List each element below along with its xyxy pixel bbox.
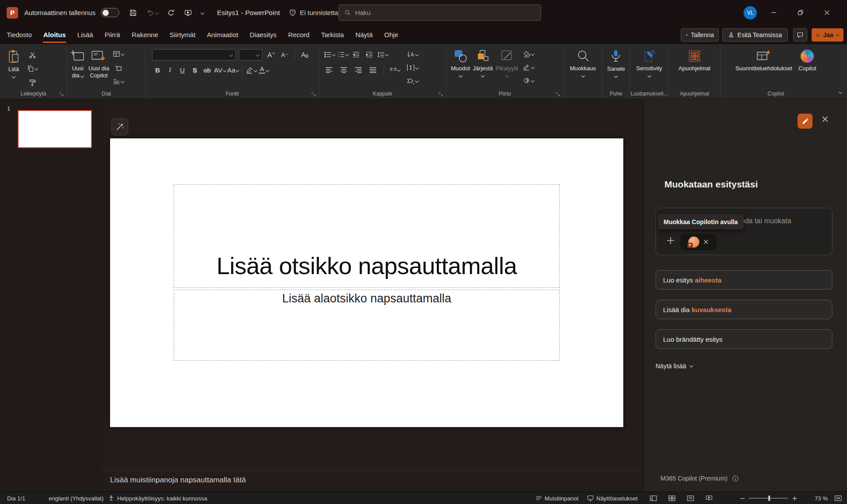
align-right-button[interactable] — [353, 65, 364, 75]
show-more-button[interactable]: Näytä lisää — [656, 363, 693, 370]
sensitivity-button[interactable]: Sensitivity — [636, 44, 662, 77]
numbering-button[interactable] — [337, 49, 348, 60]
fit-to-window-button[interactable] — [835, 492, 842, 504]
font-name-combo[interactable] — [152, 49, 236, 61]
arrange-button[interactable]: Järjestä — [473, 44, 493, 77]
align-text-button[interactable] — [407, 62, 418, 73]
comments-button[interactable] — [793, 28, 807, 42]
autosave-toggle[interactable] — [101, 8, 119, 17]
decrease-indent-button[interactable] — [350, 49, 362, 60]
suggestion-create-from-topic[interactable]: Luo esitys aiheesta — [656, 270, 832, 290]
minimize-button[interactable] — [761, 0, 786, 25]
tab-rakenne[interactable]: Rakenne — [126, 25, 164, 44]
record-button[interactable]: Tallenna — [681, 28, 719, 42]
new-slide-button[interactable]: Uusidia — [71, 44, 85, 79]
align-center-button[interactable] — [338, 65, 350, 75]
copilot-new-chat-button[interactable] — [797, 114, 813, 129]
bullets-button[interactable] — [324, 49, 335, 60]
zoom-slider[interactable] — [749, 492, 788, 504]
copilot-prompt-input[interactable]: oda tai muokata Muokkaa Copilotin avulla… — [656, 208, 832, 255]
copilot-close-button[interactable] — [822, 116, 828, 122]
italic-button[interactable]: I — [164, 65, 176, 76]
tab-ohje[interactable]: Ohje — [378, 25, 404, 44]
tab-lisaa[interactable]: Lisää — [72, 25, 99, 44]
language-indicator[interactable]: englanti (Yhdysvallat) — [49, 492, 103, 504]
reset-slide-button[interactable] — [113, 62, 124, 73]
zoom-level[interactable]: 73 % — [815, 492, 828, 504]
align-left-button[interactable] — [324, 65, 335, 75]
convert-to-smartart-button[interactable] — [407, 76, 418, 86]
save-icon[interactable] — [129, 9, 137, 17]
line-spacing-button[interactable] — [377, 49, 388, 60]
remove-attachment-icon[interactable] — [703, 239, 709, 244]
increase-font-button[interactable] — [265, 50, 276, 61]
font-size-combo[interactable] — [239, 49, 263, 61]
tab-tiedosto[interactable]: Tiedosto — [1, 25, 38, 44]
info-icon[interactable] — [732, 475, 739, 482]
font-dialog-launcher[interactable] — [311, 92, 316, 96]
slide-thumbnail[interactable] — [18, 110, 92, 148]
design-ideas-button[interactable]: Suunnitteluehdotukset — [735, 44, 792, 72]
notes-toggle[interactable]: Muistiinpanot — [536, 492, 579, 504]
paragraph-dialog-launcher[interactable] — [439, 92, 443, 96]
justify-button[interactable] — [367, 65, 379, 75]
text-direction-button[interactable] — [407, 49, 418, 60]
tab-diaesitys[interactable]: Diaesitys — [244, 25, 282, 44]
slide-layout-button[interactable] — [113, 49, 124, 59]
search-input[interactable] — [355, 9, 535, 16]
notes-divider[interactable] — [103, 470, 643, 471]
underline-button[interactable]: U — [177, 65, 188, 76]
accessibility-indicator[interactable]: Helppokäyttöisyys: kaikki kunnossa — [108, 492, 207, 504]
clipboard-dialog-launcher[interactable] — [59, 92, 64, 96]
paste-button[interactable]: Liitä — [7, 44, 20, 78]
collapse-ribbon-chevron[interactable] — [839, 87, 842, 95]
section-button[interactable] — [113, 76, 124, 87]
close-button[interactable] — [814, 0, 839, 25]
tab-aloitus[interactable]: Aloitus — [38, 25, 72, 44]
shape-outline-button[interactable] — [523, 62, 534, 73]
columns-button[interactable] — [389, 65, 401, 75]
tab-siirtymat[interactable]: Siirtymät — [164, 25, 201, 44]
character-spacing-button[interactable]: AV — [214, 65, 226, 76]
designer-quick-action-button[interactable] — [111, 118, 128, 135]
decrease-font-button[interactable] — [279, 50, 290, 61]
zoom-slider-handle[interactable] — [768, 496, 770, 501]
drawing-dialog-launcher[interactable] — [556, 92, 560, 96]
shape-effects-button[interactable] — [523, 75, 534, 86]
title-placeholder[interactable]: Lisää otsikko napsauttamalla — [174, 184, 560, 288]
bold-button[interactable]: B — [152, 65, 163, 76]
undo-button[interactable] — [146, 9, 158, 17]
tab-tarkista[interactable]: Tarkista — [315, 25, 350, 44]
slide-sorter-view-button[interactable] — [668, 492, 675, 504]
zoom-out-button[interactable] — [740, 492, 745, 504]
add-content-button[interactable] — [665, 235, 676, 246]
copilot-button[interactable]: Copilot — [798, 44, 816, 72]
redo-icon[interactable] — [167, 9, 175, 17]
clear-formatting-button[interactable] — [299, 50, 310, 61]
sensitivity-status[interactable]: ? Ei tunnistetta — [289, 9, 338, 17]
tab-piirra[interactable]: Piirrä — [99, 25, 126, 44]
present-in-teams-button[interactable]: Esitä Teamsissa — [722, 28, 788, 42]
restore-button[interactable] — [788, 0, 813, 25]
addins-button[interactable]: Apuohjelmat — [679, 44, 710, 72]
slide-indicator[interactable]: Dia 1/1 — [7, 492, 25, 504]
slideshow-view-button[interactable] — [706, 492, 713, 504]
avatar[interactable]: VL — [744, 6, 757, 19]
search-box[interactable] — [339, 4, 541, 21]
shapes-button[interactable]: Muodot — [451, 44, 470, 77]
new-slide-copilot-button[interactable]: Uusi diaCopilot — [88, 44, 109, 79]
slide-editing-surface[interactable]: Lisää otsikko napsauttamalla Lisää alaot… — [110, 138, 623, 427]
zoom-in-button[interactable] — [792, 492, 797, 504]
highlight-color-button[interactable] — [245, 65, 257, 76]
subtitle-placeholder[interactable]: Lisää alaotsikko napsauttamalla — [174, 290, 560, 361]
notes-placeholder[interactable]: Lisää muistiinpanoja napsauttamalla tätä — [110, 476, 246, 485]
suggestion-add-slide-from-description[interactable]: Lisää dia kuvauksesta — [656, 300, 832, 319]
display-settings-toggle[interactable]: Näyttöasetukset — [587, 492, 637, 504]
start-presentation-icon[interactable] — [184, 9, 192, 17]
tab-nayta[interactable]: Näytä — [350, 25, 378, 44]
editing-button[interactable]: Muokkaus — [570, 44, 596, 77]
dictate-button[interactable]: Sanele — [607, 44, 625, 77]
copilot-attachment-pill[interactable]: P — [680, 234, 717, 250]
cut-button[interactable] — [27, 50, 38, 60]
text-shadow-button[interactable]: S — [189, 65, 200, 76]
